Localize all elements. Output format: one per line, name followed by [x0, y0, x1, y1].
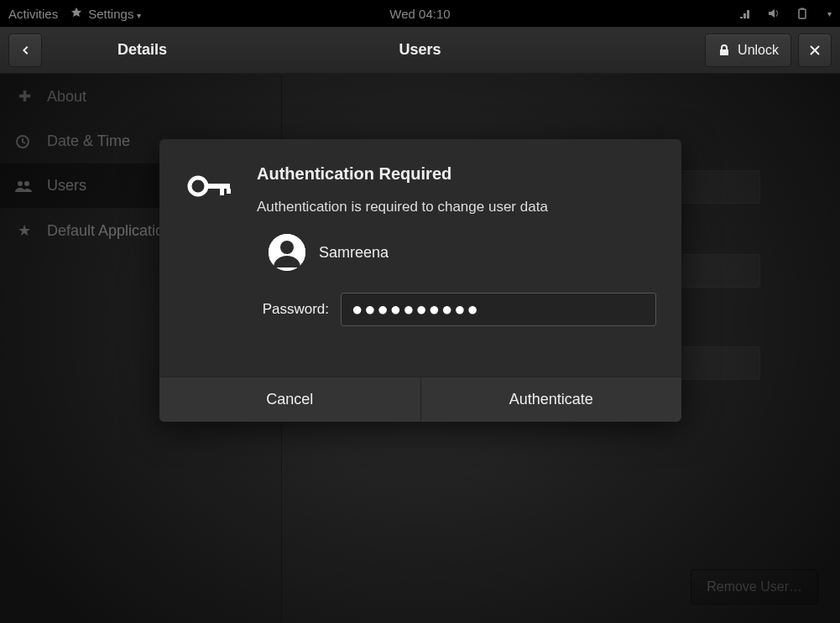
- unlock-button[interactable]: Unlock: [705, 34, 791, 67]
- svg-rect-8: [227, 189, 231, 194]
- key-icon: [185, 164, 235, 326]
- dialog-title: Authentication Required: [257, 164, 656, 184]
- svg-point-3: [18, 181, 23, 186]
- network-icon[interactable]: [738, 7, 752, 20]
- svg-rect-1: [801, 8, 804, 10]
- remove-user-button[interactable]: Remove User…: [691, 569, 818, 605]
- page-title: Users: [399, 41, 441, 59]
- sidebar-item-label: Date & Time: [47, 132, 130, 150]
- remove-user-label: Remove User…: [707, 579, 802, 594]
- password-input[interactable]: [341, 293, 656, 326]
- dialog-actions: Cancel Authenticate: [159, 376, 681, 422]
- gnome-topbar: Activities Settings▾ Wed 04:10 ▾: [0, 0, 840, 27]
- password-label: Password:: [257, 301, 329, 318]
- plus-icon: ✚: [15, 87, 34, 106]
- lock-icon: [717, 44, 731, 57]
- volume-icon[interactable]: [767, 7, 780, 20]
- activities-button[interactable]: Activities: [8, 7, 58, 21]
- svg-rect-6: [205, 184, 230, 189]
- unlock-label: Unlock: [738, 43, 779, 58]
- dialog-username: Samreena: [319, 244, 389, 262]
- cancel-button[interactable]: Cancel: [159, 377, 420, 422]
- sidebar-item-about[interactable]: ✚ About: [0, 74, 281, 119]
- svg-rect-7: [220, 189, 224, 195]
- svg-rect-0: [799, 9, 806, 18]
- section-title: Details: [117, 41, 167, 59]
- clock-icon: [15, 134, 34, 149]
- svg-point-4: [24, 181, 29, 186]
- system-menu-caret[interactable]: ▾: [827, 9, 832, 18]
- dialog-message: Authentication is required to change use…: [257, 199, 656, 215]
- app-menu[interactable]: Settings▾: [70, 7, 141, 21]
- authenticate-button[interactable]: Authenticate: [420, 377, 682, 422]
- power-icon[interactable]: [796, 7, 809, 20]
- star-icon: ★: [15, 221, 34, 240]
- svg-point-10: [280, 241, 294, 254]
- users-icon: [15, 179, 34, 193]
- clock[interactable]: Wed 04:10: [389, 7, 450, 21]
- svg-point-5: [190, 178, 206, 195]
- sidebar-item-label: About: [47, 88, 86, 106]
- sidebar-item-label: Users: [47, 177, 86, 195]
- header-bar: Details Users Unlock: [0, 27, 840, 74]
- close-button[interactable]: [798, 34, 832, 67]
- avatar-icon: [269, 234, 305, 271]
- back-button[interactable]: [8, 34, 42, 67]
- auth-dialog: Authentication Required Authentication i…: [159, 139, 681, 422]
